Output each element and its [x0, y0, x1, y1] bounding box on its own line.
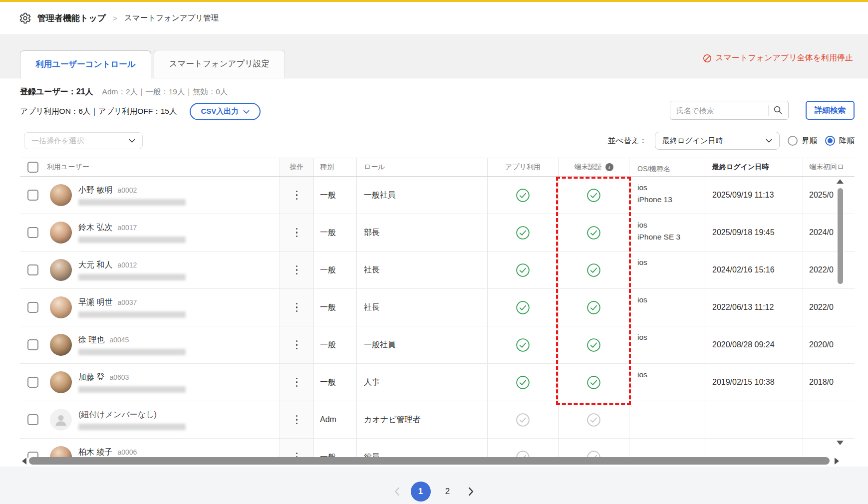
info-icon[interactable]: i: [605, 163, 613, 171]
advanced-search-button[interactable]: 詳細検索: [806, 101, 855, 120]
first-login-cell: 2022/0: [803, 289, 855, 326]
tab-user-control[interactable]: 利用ユーザーコントロール: [20, 50, 151, 78]
sort-asc-radio[interactable]: 昇順: [788, 136, 817, 146]
check-circle-icon: [516, 413, 530, 427]
last-login-cell: 2019/02/15 10:38: [704, 364, 803, 401]
row-checkbox[interactable]: [27, 302, 38, 313]
row-checkbox[interactable]: [27, 190, 38, 201]
app-usage-cell: [487, 401, 558, 438]
user-info: 大元 和人a0012: [78, 260, 186, 280]
search-icon[interactable]: [773, 105, 783, 115]
user-info: 小野 敏明a0002: [78, 185, 186, 206]
row-actions-cell: [280, 289, 313, 326]
user-role: 部長: [364, 228, 380, 238]
select-all-checkbox[interactable]: [27, 162, 38, 173]
search-input[interactable]: [670, 101, 789, 120]
col-role: ロール: [356, 158, 487, 176]
vertical-scroll-up-arrow[interactable]: [837, 179, 844, 184]
row-checkbox[interactable]: [27, 377, 38, 388]
search-group: 詳細検索: [670, 101, 855, 120]
user-role-cell: 社長: [356, 289, 487, 326]
column-label: 最終ログイン日時: [712, 163, 769, 172]
user-info: 加藤 登a0603: [78, 372, 186, 393]
avatar: [50, 222, 72, 244]
device-auth-cell: [558, 364, 629, 401]
csv-import-export-button[interactable]: CSV入出力: [190, 103, 261, 120]
user-info: (紐付けメンバーなし): [78, 410, 186, 430]
kebab-menu-icon[interactable]: [294, 412, 300, 427]
kebab-menu-icon[interactable]: [294, 225, 300, 240]
vertical-scroll-down-arrow[interactable]: [837, 441, 844, 445]
row-checkbox[interactable]: [27, 227, 38, 238]
csv-button-label: CSV入出力: [201, 107, 239, 116]
user-type-cell: 一般: [313, 177, 356, 214]
horizontal-scroll-right-arrow[interactable]: [835, 458, 839, 465]
pagination-page-1[interactable]: 1: [411, 482, 431, 502]
os-model-cell: ios: [629, 289, 704, 326]
sort-field-select[interactable]: 最終ログイン日時: [655, 132, 780, 150]
kebab-menu-icon[interactable]: [294, 375, 300, 390]
row-checkbox[interactable]: [27, 339, 38, 350]
kebab-menu-icon[interactable]: [294, 300, 300, 315]
check-circle-icon: [586, 226, 601, 240]
bulk-action-select[interactable]: 一括操作を選択: [24, 132, 143, 149]
row-checkbox[interactable]: [27, 264, 38, 275]
last-login-cell: [704, 401, 803, 438]
row-actions-cell: [280, 252, 313, 288]
app-usage-cell: [487, 252, 558, 288]
sort-controls: 並べ替え： 最終ログイン日時 昇順 降順: [608, 131, 855, 151]
user-cell: 鈴木 弘次a0017: [46, 214, 280, 251]
first-login-cell: 2025/0: [803, 177, 855, 214]
kebab-menu-icon[interactable]: [294, 450, 300, 458]
tab-app-settings[interactable]: スマートフォンアプリ設定: [154, 50, 285, 78]
table-row: 鈴木 弘次a0017一般部長iosiPhone SE 32025/09/18 1…: [20, 214, 855, 252]
sort-desc-radio[interactable]: 降順: [825, 136, 855, 146]
row-actions-cell: [280, 326, 313, 363]
user-role: 一般社員: [364, 190, 396, 201]
avatar: [50, 296, 72, 318]
first-login-cell: 2018/0: [803, 364, 855, 401]
column-label: アプリ利用: [505, 163, 541, 172]
user-type: 一般: [320, 265, 336, 275]
last-login-cell: 2025/09/18 19:45: [704, 214, 803, 251]
row-actions-cell: [280, 401, 313, 438]
user-type: 一般: [320, 228, 336, 238]
users-table: 利用ユーザー操作種別ロールアプリ利用端末認証iOS/機種名最終ログイン日時端末初…: [20, 158, 855, 458]
column-label: 種別: [320, 163, 334, 172]
vertical-scrollbar-thumb[interactable]: [838, 188, 843, 284]
kebab-menu-icon[interactable]: [294, 262, 300, 277]
os-model-cell: [629, 401, 704, 438]
horizontal-scroll-left-arrow[interactable]: [22, 458, 26, 465]
pagination-prev-button[interactable]: [391, 482, 404, 502]
pagination-next-button[interactable]: [465, 482, 478, 502]
last-login-value: 2019/02/15 10:38: [712, 378, 775, 387]
horizontal-scrollbar-thumb[interactable]: [29, 457, 830, 465]
col-os-model: OS/機種名: [629, 158, 704, 176]
last-login-value: 2022/06/13 11:12: [712, 303, 774, 312]
user-email-blurred: [78, 424, 186, 430]
check-circle-icon: [586, 375, 601, 390]
kebab-menu-icon[interactable]: [294, 188, 300, 203]
user-name: 徐 理也: [78, 335, 104, 345]
kebab-menu-icon[interactable]: [294, 337, 300, 352]
avatar: [50, 184, 72, 206]
first-login-cell: 2020/0: [803, 326, 855, 363]
user-type: 一般: [320, 302, 336, 313]
disable-all-app-link[interactable]: スマートフォンアプリ全体を利用停止: [703, 53, 853, 63]
breadcrumb-root[interactable]: 管理者機能トップ: [37, 12, 106, 24]
horizontal-scrollbar: [0, 457, 868, 465]
col-first-login: 端末初回ロ: [803, 158, 855, 176]
pagination-page-2[interactable]: 2: [438, 482, 458, 502]
row-actions-cell: [280, 177, 313, 214]
table-row: 大元 和人a0012一般社長ios2024/02/16 15:162022/0: [20, 252, 855, 289]
check-circle-icon: [516, 188, 530, 203]
os-name: ios: [637, 333, 647, 341]
row-checkbox[interactable]: [27, 414, 38, 425]
user-info: 徐 理也a0045: [78, 335, 186, 355]
search-box: [670, 101, 789, 120]
device-auth-cell: [558, 326, 629, 363]
chevron-right-icon: [468, 487, 474, 496]
user-cell: 早瀬 明世a0037: [46, 289, 280, 326]
breadcrumb-current: スマートフォンアプリ管理: [124, 13, 219, 23]
user-email-blurred: [78, 199, 186, 206]
